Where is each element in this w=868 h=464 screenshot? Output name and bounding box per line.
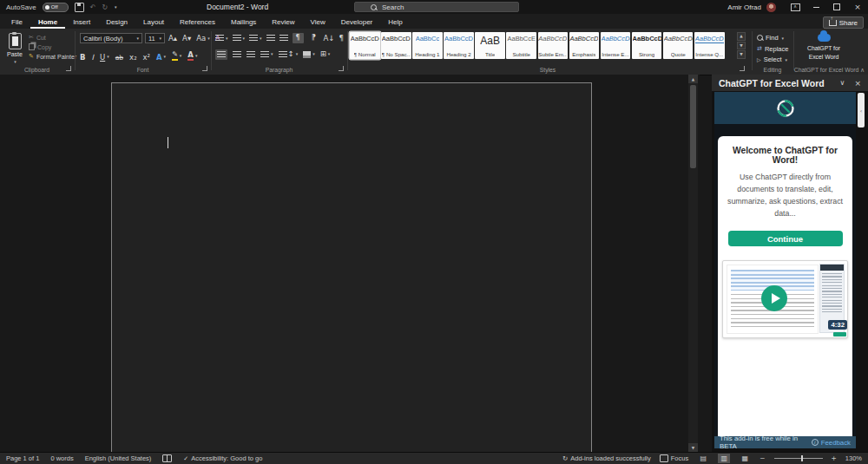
document-page[interactable]: [111, 82, 592, 464]
bold-button[interactable]: B: [80, 54, 85, 62]
styles-scroll-up-icon[interactable]: ▲: [737, 32, 746, 41]
font-size-combo[interactable]: 11 ▾: [145, 33, 165, 43]
replace-button[interactable]: ⇄ Replace: [757, 45, 788, 53]
change-case-button[interactable]: Aa▾: [196, 35, 210, 42]
tab-mailings[interactable]: Mailings: [223, 14, 264, 29]
strikethrough-button[interactable]: ab: [115, 55, 123, 62]
font-name-combo[interactable]: Calibri (Body) ▾: [80, 33, 142, 43]
align-right-button[interactable]: [247, 51, 255, 58]
tab-review[interactable]: Review: [264, 14, 302, 29]
styles-gallery-more-icon[interactable]: ▼: [737, 50, 746, 59]
increase-indent-button[interactable]: [279, 35, 288, 42]
zoom-in-icon[interactable]: +: [832, 454, 837, 462]
style-card[interactable]: AaBTitle: [475, 32, 505, 59]
underline-button[interactable]: U▾: [100, 54, 109, 62]
borders-button[interactable]: ⊞▾: [320, 50, 331, 58]
task-pane-options-icon[interactable]: ∨: [840, 79, 845, 87]
accessibility-status[interactable]: ✓ Accessibility: Good to go: [183, 454, 262, 462]
print-layout-button[interactable]: ▥: [718, 454, 730, 463]
style-card[interactable]: AaBbCcDc¶ Normal: [350, 32, 380, 59]
subscript-button[interactable]: x₂: [129, 54, 136, 62]
style-card[interactable]: AaBbCcDc¶ No Spac...: [381, 32, 411, 59]
close-button[interactable]: ×: [847, 0, 868, 14]
paragraph-dialog-launcher[interactable]: [339, 66, 344, 71]
styles-scroll-down-icon[interactable]: ▼: [737, 42, 746, 50]
collapse-ribbon-icon[interactable]: ∧: [860, 67, 865, 74]
tab-references[interactable]: References: [172, 14, 223, 29]
style-card[interactable]: AaBbCcDcIntense Q...: [694, 32, 725, 59]
italic-button[interactable]: I: [91, 54, 94, 62]
scrollbar-thumb[interactable]: [690, 85, 696, 168]
web-layout-button[interactable]: ▦: [739, 454, 751, 463]
style-card[interactable]: AaBbCcDcSubtle Em...: [538, 32, 569, 59]
word-count[interactable]: 0 words: [50, 454, 73, 462]
tab-design[interactable]: Design: [98, 14, 135, 29]
cut-button[interactable]: ✂ Cut: [29, 34, 46, 41]
scroll-down-icon[interactable]: ▼: [688, 443, 698, 452]
save-icon[interactable]: [75, 3, 84, 12]
intro-video-thumbnail[interactable]: 4:32: [722, 260, 848, 338]
tab-layout[interactable]: Layout: [135, 14, 172, 29]
ribbon-display-options-button[interactable]: ∧: [785, 0, 806, 14]
language-indicator[interactable]: English (United States): [85, 454, 152, 462]
style-card[interactable]: AaBbCcDHeading 2: [444, 32, 474, 59]
style-card[interactable]: AaBbCcDcStrong: [632, 32, 662, 59]
decrease-indent-button[interactable]: [266, 35, 275, 42]
format-painter-button[interactable]: ✎ Format Painter: [29, 53, 76, 60]
tab-help[interactable]: Help: [380, 14, 410, 29]
find-button[interactable]: Find ▾: [757, 34, 788, 42]
tab-file[interactable]: File: [3, 14, 30, 29]
vertical-scrollbar[interactable]: ▲ ▼: [688, 75, 698, 452]
scroll-up-icon[interactable]: ▲: [688, 75, 698, 83]
clipboard-dialog-launcher[interactable]: [66, 66, 71, 71]
style-card[interactable]: AaBbCcHeading 1: [412, 32, 443, 59]
text-effects-button[interactable]: A▾: [156, 54, 166, 62]
share-button[interactable]: Share: [823, 16, 864, 29]
pane-collapse-handle[interactable]: ‹: [858, 93, 865, 127]
continue-button[interactable]: Continue: [728, 231, 843, 246]
paste-button[interactable]: Paste ▾: [4, 33, 25, 69]
bullets-button[interactable]: ▾: [215, 35, 228, 42]
font-color-button[interactable]: A▾: [187, 51, 197, 62]
user-name[interactable]: Amir Ofrad: [727, 3, 761, 11]
line-spacing-button[interactable]: ↕▾: [279, 50, 299, 58]
addins-status[interactable]: ↻ Add-ins loaded successfully: [562, 454, 651, 462]
customize-qat-icon[interactable]: ▾: [115, 4, 117, 10]
zoom-level[interactable]: 130%: [845, 454, 862, 462]
page-indicator[interactable]: Page 1 of 1: [6, 454, 39, 462]
tab-home[interactable]: Home: [30, 14, 65, 29]
search-box[interactable]: Search: [354, 2, 519, 12]
undo-icon[interactable]: ↶: [90, 3, 96, 11]
align-center-button[interactable]: [233, 51, 241, 58]
style-card[interactable]: AaBbCcDcIntense E...: [601, 32, 631, 59]
justify-button[interactable]: ▾: [260, 51, 273, 58]
select-button[interactable]: ▷ Select ▾: [757, 56, 788, 63]
tab-view[interactable]: View: [303, 14, 333, 29]
minimize-button[interactable]: [806, 0, 826, 14]
align-left-button[interactable]: [215, 49, 227, 60]
feedback-link[interactable]: Feedback: [821, 439, 851, 447]
zoom-out-icon[interactable]: −: [760, 454, 765, 462]
grow-font-button[interactable]: A▴: [168, 35, 177, 42]
autosave-toggle[interactable]: Off: [43, 3, 69, 12]
tab-developer[interactable]: Developer: [333, 14, 380, 29]
proofing-button[interactable]: [162, 454, 172, 462]
superscript-button[interactable]: x²: [143, 54, 150, 62]
show-formatting-marks-button[interactable]: ¶: [339, 35, 343, 42]
zoom-slider-thumb[interactable]: [801, 455, 803, 461]
numbering-button[interactable]: ▾: [233, 35, 246, 42]
redo-icon[interactable]: ↻: [102, 3, 108, 11]
zoom-slider[interactable]: [774, 458, 823, 459]
styles-dialog-launcher[interactable]: [740, 66, 745, 71]
style-card[interactable]: AaBbCcDcQuote: [663, 32, 694, 59]
avatar[interactable]: [766, 3, 776, 12]
style-card[interactable]: AaBbCcESubtitle: [506, 32, 536, 59]
read-mode-button[interactable]: ▤: [697, 454, 709, 463]
copy-button[interactable]: Copy: [29, 43, 51, 50]
multilevel-list-button[interactable]: ▾: [249, 35, 262, 42]
focus-button[interactable]: Focus: [660, 454, 688, 462]
shrink-font-button[interactable]: A▾: [182, 35, 191, 42]
shading-button[interactable]: ▾: [303, 51, 315, 58]
tab-insert[interactable]: Insert: [65, 14, 98, 29]
task-pane-close-icon[interactable]: ×: [854, 79, 861, 88]
